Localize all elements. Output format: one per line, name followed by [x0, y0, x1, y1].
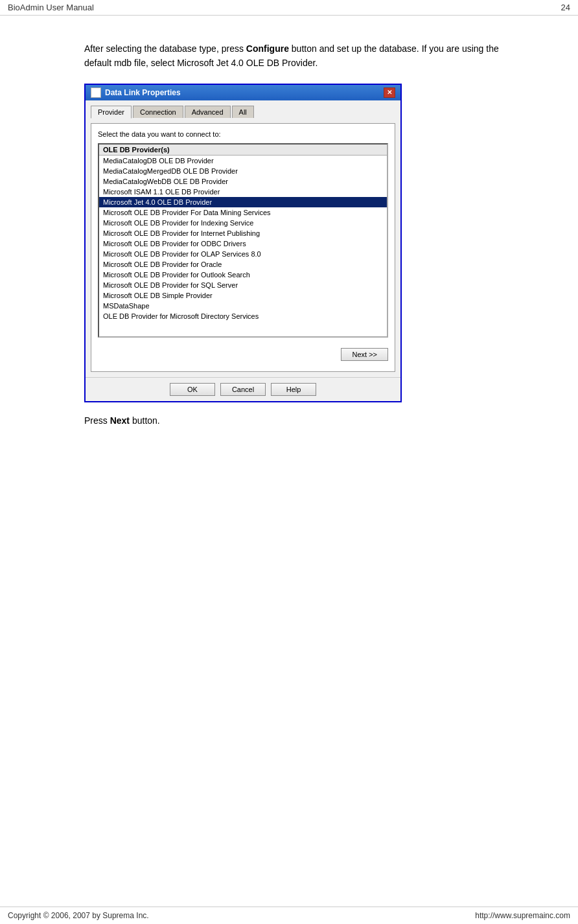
list-item[interactable]: MediaCatalogMergedDB OLE DB Provider — [99, 166, 387, 176]
tab-connection[interactable]: Connection — [133, 106, 183, 118]
list-item[interactable]: Microsoft OLE DB Provider for ODBC Drive… — [99, 238, 387, 249]
header-title: BioAdmin User Manual — [8, 3, 94, 12]
list-item[interactable]: Microsoft OLE DB Provider For Data Minin… — [99, 207, 387, 218]
list-item[interactable]: Microsoft OLE DB Provider for Outlook Se… — [99, 270, 387, 280]
dialog-tabs: Provider Connection Advanced All — [91, 106, 395, 118]
header: BioAdmin User Manual 24 — [0, 0, 578, 16]
list-item[interactable]: Microsoft OLE DB Provider for OLAP Servi… — [99, 249, 387, 259]
press-next-text: Press Next button. — [84, 415, 513, 426]
help-button[interactable]: Help — [271, 383, 316, 396]
tab-provider[interactable]: Provider — [91, 106, 132, 119]
footer-website: http://www.supremainc.com — [475, 911, 570, 920]
list-item[interactable]: OLE DB Provider for Microsoft Directory … — [99, 311, 387, 321]
list-item[interactable]: Microsoft OLE DB Provider for Indexing S… — [99, 218, 387, 228]
footer-copyright: Copyright © 2006, 2007 by Suprema Inc. — [8, 911, 149, 920]
list-item[interactable]: Microsoft Jet 4.0 OLE DB Provider — [99, 197, 387, 207]
dialog-bottom-buttons: OK Cancel Help — [86, 377, 400, 401]
next-button-area: Next >> — [98, 344, 388, 365]
intro-paragraph: After selecting the database type, press… — [84, 41, 513, 71]
dialog-screenshot: ≡ Data Link Properties ✕ Provider Connec… — [84, 84, 402, 402]
tab-advanced[interactable]: Advanced — [185, 106, 231, 118]
list-item[interactable]: MediaCatalogWebDB OLE DB Provider — [99, 176, 387, 187]
list-item[interactable]: MediaCatalogDB OLE DB Provider — [99, 156, 387, 166]
list-item[interactable]: Microsoft OLE DB Provider for Oracle — [99, 259, 387, 270]
list-item[interactable]: MSDataShape — [99, 301, 387, 311]
cancel-button[interactable]: Cancel — [220, 383, 266, 396]
tab-all[interactable]: All — [232, 106, 254, 118]
dialog-titlebar: ≡ Data Link Properties ✕ — [86, 85, 400, 100]
ok-button[interactable]: OK — [170, 383, 215, 396]
next-button[interactable]: Next >> — [341, 348, 388, 361]
dialog-title: Data Link Properties — [105, 88, 181, 97]
main-content: After selecting the database type, press… — [0, 16, 578, 465]
list-header: OLE DB Provider(s) — [99, 144, 387, 156]
dialog-body: Provider Connection Advanced All Select … — [86, 100, 400, 377]
dialog-icon: ≡ — [91, 87, 101, 98]
panel-label: Select the data you want to connect to: — [98, 130, 388, 138]
provider-listbox[interactable]: OLE DB Provider(s) MediaCatalogDB OLE DB… — [98, 143, 388, 338]
list-items-container: MediaCatalogDB OLE DB ProviderMediaCatal… — [99, 156, 387, 321]
footer: Copyright © 2006, 2007 by Suprema Inc. h… — [0, 907, 578, 924]
list-item[interactable]: Microsoft OLE DB Simple Provider — [99, 290, 387, 301]
list-item[interactable]: Microsoft OLE DB Provider for Internet P… — [99, 228, 387, 238]
dialog-close-button[interactable]: ✕ — [384, 87, 395, 98]
header-page-number: 24 — [561, 3, 570, 12]
list-item[interactable]: Microsoft OLE DB Provider for SQL Server — [99, 280, 387, 290]
dialog-titlebar-left: ≡ Data Link Properties — [91, 87, 181, 98]
list-item[interactable]: Microsoft ISAM 1.1 OLE DB Provider — [99, 187, 387, 197]
dialog-panel: Select the data you want to connect to: … — [91, 123, 395, 372]
